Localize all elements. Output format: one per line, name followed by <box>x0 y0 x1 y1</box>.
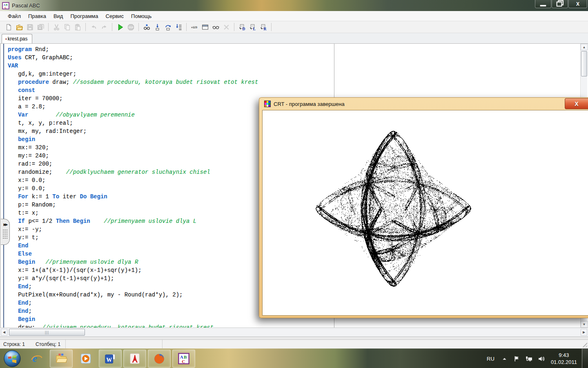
copy-button <box>62 22 72 32</box>
minimize-button[interactable] <box>535 0 551 8</box>
side-panel-expander[interactable]: ▶▶ <box>1 219 10 245</box>
copy-icon <box>64 24 71 31</box>
run-to-cursor-button[interactable] <box>174 22 183 32</box>
close-button[interactable]: X <box>568 0 587 8</box>
chevron-right-icon: ▶▶ <box>4 222 7 227</box>
step-over-button[interactable] <box>163 22 173 32</box>
menu-помощь[interactable]: Помощь <box>127 12 155 20</box>
menu-правка[interactable]: Правка <box>24 12 50 20</box>
start-button[interactable] <box>3 350 21 368</box>
cut-icon <box>53 24 60 31</box>
clear-button <box>221 22 231 32</box>
open-file-button[interactable] <box>14 22 24 32</box>
layout-l-button[interactable]: L <box>248 22 258 32</box>
editor-focus-border <box>3 44 4 328</box>
statusbar-divider <box>0 337 588 339</box>
toolbar-separator <box>186 23 187 31</box>
layout-d-button[interactable]: D <box>237 22 247 32</box>
taskbar-internet-explorer-button[interactable]: e <box>25 350 48 368</box>
window-title: Pascal ABC <box>12 2 40 9</box>
code-line: Else <box>8 250 258 258</box>
taskbar-word-button[interactable]: W <box>99 350 122 368</box>
taskbar-firefox-button[interactable] <box>148 350 171 368</box>
taskbar-windows-explorer-button[interactable] <box>50 350 73 368</box>
clear-icon <box>223 24 230 31</box>
code-line: t:= x; <box>8 209 258 217</box>
toolbar-separator <box>138 23 139 31</box>
resize-grip[interactable] <box>581 341 587 347</box>
paste-button <box>73 22 82 32</box>
watch-window-button[interactable] <box>211 22 220 32</box>
svg-text:B: B <box>6 3 8 6</box>
menu-вид[interactable]: Вид <box>50 12 67 20</box>
restore-icon <box>552 0 568 8</box>
code-line: x:= 1+(a*(x-1))/(sqr(x-1)+sqr(y)+1); <box>8 266 258 274</box>
toolbar: STOP>123DLR <box>0 21 588 33</box>
add-watch-button[interactable] <box>142 22 151 32</box>
layout-r-button[interactable]: R <box>258 22 268 32</box>
output-window-button[interactable] <box>200 22 210 32</box>
svg-text:B: B <box>184 355 187 359</box>
tab-krest-pas[interactable]: • krest.pas <box>2 34 32 43</box>
scroll-down-arrow[interactable]: ▼ <box>581 321 588 328</box>
windows-logo-icon <box>3 350 21 368</box>
menu-программа[interactable]: Программа <box>67 12 102 20</box>
layout-r-icon: R <box>260 24 267 31</box>
restore-button[interactable] <box>552 0 568 8</box>
code-line: draw; //visivaem proceduru, kotoraya bud… <box>8 323 258 328</box>
save-all-button <box>36 22 45 32</box>
stop-button: STOP <box>126 22 136 32</box>
taskbar-pascal-abc-button[interactable]: ABC <box>172 350 195 368</box>
chevron-up-icon <box>501 355 508 362</box>
save-file-button <box>25 22 35 32</box>
action-center-icon[interactable] <box>512 354 522 364</box>
run-icon <box>117 24 124 31</box>
taskbar-adobe-reader-button[interactable] <box>123 350 146 368</box>
internet-explorer-icon: e <box>31 352 43 365</box>
crt-title-bar[interactable]: CRT - программа завершена <box>259 98 588 110</box>
undo-icon <box>90 24 97 31</box>
volume-icon[interactable] <box>537 354 546 364</box>
scroll-left-arrow[interactable]: ◀ <box>1 329 7 336</box>
scroll-right-arrow[interactable]: ▶ <box>581 329 587 336</box>
crt-graphics-canvas <box>263 110 588 316</box>
show-desktop-button[interactable] <box>582 349 588 368</box>
horizontal-scroll-thumb[interactable]: ||| <box>9 329 85 336</box>
menu-сервис[interactable]: Сервис <box>102 12 128 20</box>
language-indicator[interactable]: RU <box>483 353 499 364</box>
pascal-abc-app-icon: ABC <box>2 2 9 9</box>
step-into-button[interactable] <box>152 22 162 32</box>
vertical-scroll-thumb[interactable] <box>581 51 587 76</box>
grip-dots-icon <box>2 229 8 240</box>
svg-text:A: A <box>3 3 5 6</box>
menu-файл[interactable]: Файл <box>4 12 24 20</box>
clock[interactable]: 9:43 01.02.2011 <box>551 352 577 366</box>
undo-button <box>89 22 98 32</box>
hidden-icons-chevron[interactable] <box>500 354 510 364</box>
taskbar-media-player-button[interactable] <box>74 350 97 368</box>
save-all-icon <box>37 24 44 31</box>
flag-icon <box>513 355 520 362</box>
code-editor[interactable]: program Rnd;Uses CRT, GraphABC;VAR gd,k,… <box>8 45 258 328</box>
toolbar-separator <box>234 23 234 31</box>
tray-date: 01.02.2011 <box>551 359 577 366</box>
add-watch-icon <box>143 24 150 31</box>
status-bar: Строка: 1 Столбец: 1 <box>0 339 588 348</box>
svg-text:e: e <box>33 353 37 364</box>
step-into-icon <box>154 24 161 31</box>
new-file-button[interactable] <box>4 22 13 32</box>
crt-close-button[interactable]: X <box>565 98 588 109</box>
media-player-icon <box>80 352 92 365</box>
scroll-up-arrow[interactable]: ▲ <box>581 44 588 50</box>
evaluate-expression-button[interactable]: >123 <box>189 22 199 32</box>
code-line: Begin <box>8 315 258 323</box>
redo-icon <box>101 24 108 31</box>
horizontal-scrollbar[interactable]: ◀ ||| ▶ <box>0 328 588 337</box>
code-line: begin <box>8 135 258 144</box>
step-over-icon <box>165 24 172 31</box>
code-line: mx:= 320; <box>8 144 258 152</box>
svg-text:A: A <box>180 355 184 359</box>
run-button[interactable] <box>115 22 125 32</box>
code-line: rad:= 200; <box>8 160 258 168</box>
network-icon[interactable] <box>524 354 534 364</box>
